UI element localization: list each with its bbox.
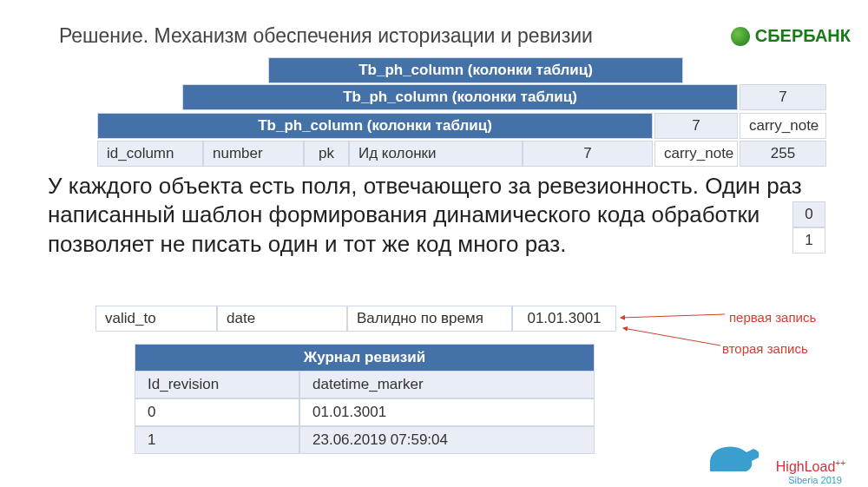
page-title: Решение. Механизм обеспечения историзаци… xyxy=(59,24,593,48)
valid-col2: date xyxy=(217,306,347,332)
side-carry-top: carry_note xyxy=(740,113,826,139)
col-pk: pk xyxy=(304,141,349,167)
rev-r1-dt: 23.06.2019 07:59:04 xyxy=(299,426,595,454)
rev-col1: Id_revision xyxy=(135,371,299,398)
side-7-mid: 7 xyxy=(654,113,738,139)
side-7-top: 7 xyxy=(740,84,826,110)
bear-icon xyxy=(703,437,766,478)
sberbank-logo-icon xyxy=(731,27,750,46)
col-id: id_column xyxy=(97,141,203,167)
col-number: number xyxy=(203,141,304,167)
bank-brand: СБЕРБАНК xyxy=(731,26,851,46)
valid-col4: 01.01.3001 xyxy=(512,306,616,332)
stack-header-mid: Tb_ph_column (колонки таблиц) xyxy=(182,84,738,110)
brand-name: HighLoad++ xyxy=(776,458,845,475)
rev-r1-id: 1 xyxy=(135,426,299,454)
annot-second: вторая запись xyxy=(722,341,808,356)
side-255: 255 xyxy=(740,141,826,167)
col-7: 7 xyxy=(523,141,653,167)
side-carry-mid: carry_note xyxy=(654,141,738,167)
valid-col1: valid_to xyxy=(95,306,217,332)
bank-name: СБЕРБАНК xyxy=(755,26,851,46)
rev-r0-id: 0 xyxy=(135,398,299,426)
arrow-icon xyxy=(616,304,729,356)
svg-line-0 xyxy=(621,314,725,318)
col-idname: Ид колонки xyxy=(349,141,523,167)
svg-line-1 xyxy=(623,328,720,346)
annot-first: первая запись xyxy=(729,310,816,325)
rev-r0-dt: 01.01.3001 xyxy=(299,398,595,426)
rev-col2: datetime_marker xyxy=(299,371,595,398)
rev-header: Журнал ревизий xyxy=(135,344,595,372)
stack-header-back: Tb_ph_column (колонки таблиц) xyxy=(268,57,683,83)
valid-col3: Валидно по время xyxy=(347,306,512,332)
stack-header-front: Tb_ph_column (колонки таблиц) xyxy=(97,113,653,139)
brand-sub: Siberia 2019 xyxy=(788,475,842,485)
body-paragraph: У каждого объекта есть поля, отвечающего… xyxy=(48,172,816,259)
